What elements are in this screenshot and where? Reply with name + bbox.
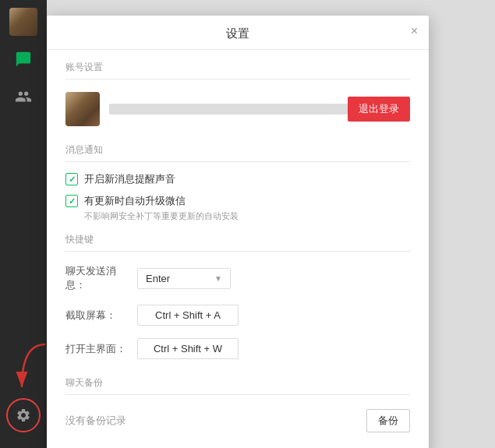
backup-row: 没有备份记录 备份 — [65, 401, 410, 440]
avatar-image — [65, 92, 100, 126]
close-button[interactable]: × — [411, 25, 418, 37]
shortcut-screenshot-label: 截取屏幕： — [65, 309, 128, 323]
dialog-title: 设置 — [226, 26, 249, 41]
notification-sound-checkbox[interactable] — [65, 173, 78, 185]
shortcut-screenshot-row: 截取屏幕： Ctrl + Shift + A — [65, 298, 410, 332]
shortcut-main-row: 打开主界面： Ctrl + Shift + W — [65, 332, 410, 365]
logout-button[interactable]: 退出登录 — [348, 97, 410, 122]
account-name-blurred — [109, 104, 348, 115]
auto-update-label: 有更新时自动升级微信 — [84, 194, 186, 208]
notification-sound-row: 开启新消息提醒声音 — [65, 168, 410, 190]
notification-section-title: 消息通知 — [65, 143, 410, 162]
shortcut-send-value: Enter — [146, 273, 170, 284]
dialog-header: 设置 × — [47, 16, 429, 50]
auto-update-row: 有更新时自动升级微信 — [65, 190, 410, 212]
account-row: 退出登录 — [65, 86, 410, 132]
shortcut-screenshot-key: Ctrl + Shift + A — [137, 305, 239, 326]
account-section-title: 账号设置 — [65, 61, 410, 79]
backup-button[interactable]: 备份 — [366, 409, 410, 432]
backup-status-text: 没有备份记录 — [65, 414, 126, 428]
shortcut-main-key: Ctrl + Shift + W — [137, 338, 239, 359]
shortcut-send-label: 聊天发送消息： — [65, 264, 128, 292]
account-avatar — [65, 92, 100, 126]
auto-update-note: 不影响网安全补丁等重要更新的自动安装 — [65, 210, 410, 222]
shortcut-main-label: 打开主界面： — [65, 342, 128, 356]
dialog-body: 账号设置 退出登录 消息通知 开启新消息提醒声音 有更新时自动升级微信 不影响网… — [47, 50, 429, 448]
notification-sound-label: 开启新消息提醒声音 — [84, 172, 175, 186]
shortcut-send-row: 聊天发送消息： Enter ▼ — [65, 258, 410, 298]
settings-dialog: 设置 × 账号设置 退出登录 消息通知 开启新消息提醒声音 有更新时自动升级微信… — [47, 16, 429, 448]
shortcut-section-title: 快捷键 — [65, 233, 410, 252]
shortcut-send-select[interactable]: Enter ▼ — [137, 268, 231, 289]
dropdown-arrow-icon: ▼ — [214, 274, 222, 283]
backup-section-title: 聊天备份 — [65, 376, 410, 395]
auto-update-checkbox[interactable] — [65, 195, 78, 207]
